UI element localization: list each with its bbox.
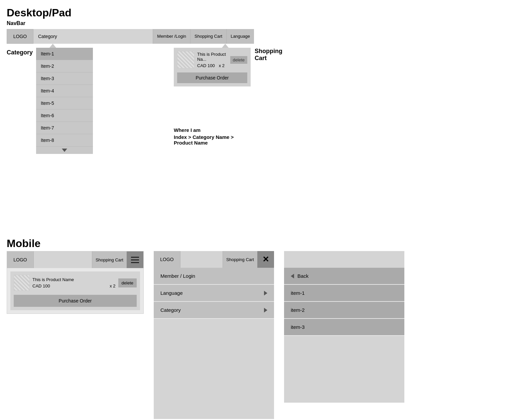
mobile-shopping-cart-btn-1[interactable]: Shopping Cart (92, 251, 127, 268)
menu-item-label-category: Category (160, 307, 181, 313)
hamburger-line-3 (131, 262, 139, 263)
breadcrumb-path: Index > Category Name > Product Name (174, 134, 254, 146)
menu-item-language[interactable]: Language (154, 285, 274, 302)
category-item-5[interactable]: Item-5 (36, 97, 93, 110)
category-item-3[interactable]: Item-3 (36, 72, 93, 85)
desktop-section: Desktop/Pad NavBar LOGO Category Member … (7, 7, 519, 217)
mobile-navbar-2: LOGO Shopping Cart ✕ (154, 251, 274, 268)
back-label: Back (297, 273, 308, 279)
category-dropdown-arrow (49, 44, 56, 48)
mobile-cart-details: This is Product Name CAD 100 x 2 (32, 277, 116, 288)
scroll-down-icon[interactable] (62, 149, 67, 152)
mobile-phone-3: Back item-1 item-2 item-3 (284, 251, 404, 403)
cart-item-image (177, 51, 194, 68)
cart-item-name: This is Product Na... (197, 52, 228, 62)
desktop-title: Desktop/Pad (7, 7, 519, 19)
mobile-cart-content: This is Product Name CAD 100 x 2 delete … (10, 271, 140, 310)
submenu-back-button[interactable]: Back (284, 268, 404, 285)
desktop-navbar: LOGO Category Member /Login Shopping Car… (7, 29, 254, 44)
breadcrumb-label: Where I am (174, 127, 254, 133)
mobile-navbar-1: LOGO Shopping Cart (7, 251, 143, 268)
purchase-order-button[interactable]: Purchase Order (177, 72, 247, 83)
navbar-category-btn[interactable]: Category (33, 29, 153, 44)
breadcrumb-area: Where I am Index > Category Name > Produ… (174, 127, 254, 146)
hamburger-menu-btn[interactable] (127, 251, 143, 268)
mobile-delete-button[interactable]: delete (118, 278, 137, 287)
navbar-member-login-btn[interactable]: Member /Login (153, 29, 190, 44)
category-item-2[interactable]: Item-2 (36, 60, 93, 72)
mobile-cart-quantity: x 2 (110, 283, 115, 288)
submenu-item-3[interactable]: item-3 (284, 319, 404, 336)
dropdown-area: Category Item-1 Item-2 Item-3 Item-4 Ite… (7, 44, 254, 217)
mobile-submenu-navbar (284, 251, 404, 268)
mobile-phone-1: LOGO Shopping Cart This is Product Name … (7, 251, 144, 314)
mobile-row: LOGO Shopping Cart This is Product Name … (7, 251, 519, 419)
navbar-logo[interactable]: LOGO (7, 29, 33, 44)
close-menu-button[interactable]: ✕ (257, 251, 274, 268)
cart-item-row: This is Product Na... CAD 100 x 2 delete (177, 51, 247, 68)
menu-item-member-login[interactable]: Member / Login (154, 268, 274, 285)
navbar-shopping-cart-btn[interactable]: Shopping Cart (190, 29, 226, 44)
shopping-cart-title: Shopping Cart (255, 48, 282, 62)
navbar-language-btn[interactable]: Language (226, 29, 254, 44)
submenu-empty-area (284, 336, 404, 403)
submenu-item-2[interactable]: item-2 (284, 302, 404, 319)
mobile-cart-image (14, 275, 30, 291)
mobile-cart-price: CAD 100 (32, 283, 50, 288)
navbar-label: NavBar (7, 20, 519, 26)
category-item-4[interactable]: Item-4 (36, 85, 93, 97)
category-item-1[interactable]: Item-1 (36, 48, 93, 60)
shopping-cart-dropdown: This is Product Na... CAD 100 x 2 delete… (174, 48, 251, 86)
hamburger-line-2 (131, 259, 139, 260)
navbar-right-buttons: Member /Login Shopping Cart Language (153, 29, 254, 44)
category-label: Category (7, 49, 33, 56)
category-item-7[interactable]: Item-7 (36, 122, 93, 134)
menu-item-label-member: Member / Login (160, 273, 195, 279)
close-icon: ✕ (262, 255, 269, 264)
category-dropdown-footer (36, 147, 93, 154)
hamburger-line-1 (131, 257, 139, 258)
submenu-item-1[interactable]: item-1 (284, 285, 404, 302)
category-item-8[interactable]: Item-8 (36, 134, 93, 147)
menu-empty-area (154, 319, 274, 419)
mobile-purchase-order-button[interactable]: Purchase Order (14, 295, 137, 307)
mobile-section: Mobile LOGO Shopping Cart This is Prod (7, 237, 519, 419)
mobile-logo-1[interactable]: LOGO (7, 251, 34, 268)
back-arrow-icon (291, 274, 294, 278)
shopping-cart-dropdown-arrow (222, 44, 229, 48)
mobile-logo-2[interactable]: LOGO (154, 251, 180, 268)
cart-item-details: This is Product Na... CAD 100 x 2 (197, 52, 228, 68)
menu-item-category[interactable]: Category (154, 302, 274, 319)
mobile-cart-item-row: This is Product Name CAD 100 x 2 delete (14, 275, 137, 291)
cart-item-price: CAD 100 (197, 63, 215, 68)
category-item-6[interactable]: Item-6 (36, 110, 93, 122)
cart-delete-button[interactable]: delete (230, 56, 247, 64)
cart-item-price-row: CAD 100 x 2 (197, 63, 228, 68)
menu-arrow-category (264, 308, 267, 312)
category-dropdown: Item-1 Item-2 Item-3 Item-4 Item-5 Item-… (36, 48, 93, 154)
mobile-cart-item-name: This is Product Name (32, 277, 116, 282)
mobile-title: Mobile (7, 237, 519, 250)
menu-item-label-language: Language (160, 290, 183, 296)
mobile-phone-2: LOGO Shopping Cart ✕ Member / Login Lang… (154, 251, 274, 419)
menu-arrow-language (264, 291, 267, 295)
cart-item-quantity: x 2 (219, 63, 225, 68)
mobile-cart-price-row: CAD 100 x 2 (32, 283, 116, 288)
mobile-shopping-cart-btn-2[interactable]: Shopping Cart (223, 251, 257, 268)
